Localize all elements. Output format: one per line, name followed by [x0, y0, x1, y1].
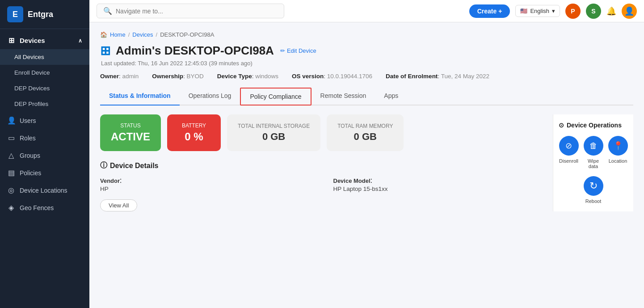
enroll-device-label: Enroll Device [14, 69, 50, 76]
search-bar[interactable]: 🔍 [97, 4, 284, 18]
sidebar-item-policies[interactable]: ▤ Policies [0, 164, 89, 181]
disenroll-label: Disenroll [559, 158, 578, 164]
info-icon: ⓘ [100, 161, 107, 170]
details-grid: Vendor: HP Device Model: HP Laptop 15-bs… [100, 177, 553, 192]
all-devices-label: All Devices [14, 54, 44, 60]
avatar-user[interactable]: 👤 [622, 4, 637, 19]
topbar: 🔍 Create + 🇺🇸 English ▾ P S 🔔 👤 [89, 0, 644, 22]
devices-icon: ⊞ [7, 36, 15, 45]
sidebar-item-enroll-device[interactable]: Enroll Device [0, 65, 89, 80]
search-input[interactable] [116, 8, 278, 15]
language-selector[interactable]: 🇺🇸 English ▾ [515, 5, 560, 17]
view-all-button[interactable]: View All [100, 199, 137, 211]
device-name: Admin's DESKTOP-OPCI98A [116, 44, 274, 58]
breadcrumb-current: DESKTOP-OPCI98A [160, 31, 214, 38]
battery-card: Battery 0 % [167, 114, 221, 151]
sidebar-item-device-locations[interactable]: ◎ Device Locations [0, 181, 89, 199]
logo-icon: E [7, 6, 23, 22]
disenroll-button[interactable]: ⊘ [559, 136, 579, 156]
logo-area: E Entgra [0, 0, 89, 29]
windows-icon: ⊞ [100, 43, 110, 58]
geo-fences-label: Geo Fences [20, 204, 54, 211]
home-icon: 🏠 [100, 31, 107, 38]
devices-label: Devices [20, 37, 45, 44]
device-operations-title: ⊙ Device Operations [559, 122, 628, 129]
create-button[interactable]: Create + [469, 4, 510, 18]
main-area: 🔍 Create + 🇺🇸 English ▾ P S 🔔 👤 🏠 Home /… [89, 0, 644, 308]
location-label: Location [609, 158, 627, 164]
operations-grid: ⊘ Disenroll 🗑 Wipe data 📍 Location [559, 136, 628, 169]
os-version-field: OS version: 10.0.19044.1706 [292, 73, 372, 80]
tab-policy-compliance[interactable]: Policy Compliance [240, 88, 311, 105]
vendor-field: Vendor: HP [100, 177, 320, 192]
sidebar: E Entgra ⊞ Devices ∧ All Devices Enroll … [0, 0, 89, 308]
device-meta: Owner: admin Ownership: BYOD Device Type… [100, 73, 633, 80]
status-label: Status [120, 122, 141, 129]
roles-icon: ▭ [7, 134, 15, 142]
sidebar-item-groups[interactable]: △ Groups [0, 147, 89, 164]
groups-label: Groups [20, 152, 40, 159]
main-content-area: Status ACTIVE Battery 0 % Total Internal… [100, 114, 553, 211]
breadcrumb-home[interactable]: Home [110, 31, 126, 38]
sidebar-item-dep-profiles[interactable]: DEP Profiles [0, 96, 89, 112]
policies-icon: ▤ [7, 169, 15, 177]
location-button[interactable]: 📍 [608, 136, 628, 156]
reboot-op[interactable]: ↻ Reboot [559, 176, 628, 204]
model-field: Device Model: HP Laptop 15-bs1xx [333, 177, 553, 192]
storage-label: Total Internal Storage [238, 123, 310, 129]
breadcrumb: 🏠 Home / Devices / DESKTOP-OPCI98A [100, 31, 633, 38]
avatar-s[interactable]: S [586, 4, 601, 19]
disenroll-op[interactable]: ⊘ Disenroll [559, 136, 579, 169]
breadcrumb-devices[interactable]: Devices [132, 31, 153, 38]
device-details-section: ⓘ Device Details Vendor: HP Device Model… [100, 161, 553, 211]
chevron-up-icon: ∧ [78, 38, 82, 44]
ram-value: 0 GB [354, 131, 377, 143]
enrolment-field: Date of Enrolment: Tue, 24 May 2022 [386, 73, 489, 80]
tab-apps[interactable]: Apps [375, 88, 407, 105]
breadcrumb-sep-2: / [156, 31, 158, 38]
tab-status-info[interactable]: Status & Information [100, 88, 180, 105]
location-op[interactable]: 📍 Location [608, 136, 628, 169]
wipe-data-op[interactable]: 🗑 Wipe data [583, 136, 603, 169]
status-card: Status ACTIVE [100, 114, 161, 151]
device-title: ⊞ Admin's DESKTOP-OPCI98A [100, 43, 274, 58]
sidebar-nav: ⊞ Devices ∧ All Devices Enroll Device DE… [0, 29, 89, 219]
sidebar-item-dep-devices[interactable]: DEP Devices [0, 80, 89, 96]
wipe-data-button[interactable]: 🗑 [584, 136, 603, 156]
device-details-title: ⓘ Device Details [100, 161, 553, 170]
avatar-p[interactable]: P [565, 4, 581, 19]
sidebar-item-roles[interactable]: ▭ Roles [0, 129, 89, 147]
dep-devices-label: DEP Devices [14, 85, 50, 92]
flag-icon: 🇺🇸 [520, 8, 527, 14]
edit-icon: ✏ [280, 47, 285, 54]
ram-label: Total RAM Memory [337, 123, 393, 129]
check-circle-icon: ⊙ [559, 122, 564, 129]
roles-label: Roles [20, 135, 36, 142]
status-value: ACTIVE [111, 131, 150, 143]
reboot-button[interactable]: ↻ [584, 176, 603, 196]
sidebar-item-users[interactable]: 👤 Users [0, 112, 89, 129]
edit-device-link[interactable]: ✏ Edit Device [280, 47, 316, 54]
tabs: Status & Information Operations Log Poli… [100, 88, 633, 105]
notification-bell-icon[interactable]: 🔔 [606, 6, 616, 16]
reboot-label: Reboot [585, 198, 601, 204]
groups-icon: △ [7, 151, 15, 160]
tab-remote-session[interactable]: Remote Session [311, 88, 375, 105]
geo-fences-icon: ◈ [7, 203, 15, 212]
last-updated: Last updated: Thu, 16 Jun 2022 12:45:03 … [101, 60, 633, 67]
storage-value: 0 GB [262, 131, 285, 143]
ram-card: Total RAM Memory 0 GB [327, 114, 404, 151]
brand-name: Entgra [28, 10, 53, 19]
ownership-field: Ownership: BYOD [152, 73, 204, 80]
sidebar-item-geo-fences[interactable]: ◈ Geo Fences [0, 199, 89, 216]
sidebar-item-all-devices[interactable]: All Devices [0, 49, 89, 65]
battery-label: Battery [182, 122, 206, 129]
device-type-field: Device Type: windows [217, 73, 278, 80]
owner-field: Owner: admin [100, 73, 139, 80]
tab-operations-log[interactable]: Operations Log [180, 88, 240, 105]
policies-label: Policies [20, 169, 41, 177]
content-with-panel: Status ACTIVE Battery 0 % Total Internal… [100, 114, 633, 211]
sidebar-item-devices-header[interactable]: ⊞ Devices ∧ [0, 32, 89, 49]
page-content: 🏠 Home / Devices / DESKTOP-OPCI98A ⊞ Adm… [89, 22, 644, 308]
device-header: ⊞ Admin's DESKTOP-OPCI98A ✏ Edit Device [100, 43, 633, 58]
